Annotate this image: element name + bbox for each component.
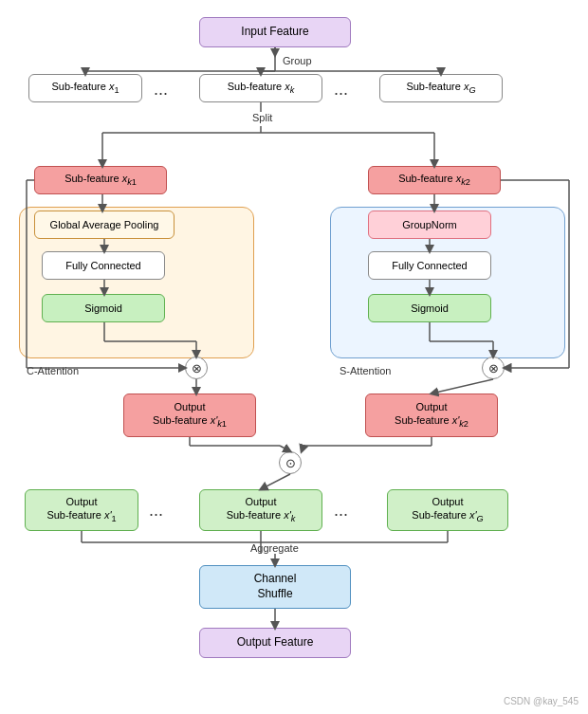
sigmoid2-node: Sigmoid bbox=[368, 294, 491, 322]
diagram: Input Feature Group Sub-feature x1 ··· S… bbox=[0, 0, 588, 714]
split-label: Split bbox=[252, 112, 272, 123]
sigmoid1-node: Sigmoid bbox=[42, 294, 165, 322]
out-xG-node: OutputSub-feature x'G bbox=[387, 489, 508, 531]
out-xk1-node: OutputSub-feature x'k1 bbox=[123, 394, 256, 437]
sub-x1-node: Sub-feature x1 bbox=[28, 74, 142, 102]
out-x1-node: OutputSub-feature x'1 bbox=[25, 489, 138, 531]
svg-line-34 bbox=[432, 379, 493, 394]
concat-circle: ⊙ bbox=[279, 451, 302, 474]
dots-label-1: ··· bbox=[154, 83, 168, 103]
group-label: Group bbox=[283, 55, 312, 66]
sub-xk-node: Sub-feature xk bbox=[199, 74, 322, 102]
s-attention-label: S-Attention bbox=[340, 365, 391, 376]
watermark: CSDN @kay_545 bbox=[504, 696, 579, 706]
svg-line-41 bbox=[261, 474, 290, 489]
sub-xk2-node: Sub-feature xk2 bbox=[368, 166, 501, 194]
out-xk-bot-node: OutputSub-feature x'k bbox=[199, 489, 322, 531]
input-feature-node: Input Feature bbox=[199, 17, 351, 47]
sub-xk1-node: Sub-feature xk1 bbox=[34, 166, 167, 194]
svg-line-40 bbox=[302, 446, 303, 451]
dots-label-4: ··· bbox=[334, 504, 348, 524]
multiply-circle-right: ⊗ bbox=[482, 357, 505, 379]
dots-label-3: ··· bbox=[149, 504, 163, 524]
gap-node: Global Average Pooling bbox=[34, 211, 175, 239]
fc2-node: Fully Connected bbox=[368, 251, 491, 280]
channel-shuffle-node: ChannelShuffle bbox=[199, 565, 351, 609]
c-attention-label: C-Attention bbox=[27, 365, 79, 376]
dots-label-2: ··· bbox=[334, 83, 348, 103]
out-xk2-node: OutputSub-feature x'k2 bbox=[365, 394, 498, 437]
aggregate-label: Aggregate bbox=[250, 542, 299, 554]
multiply-circle-left: ⊗ bbox=[185, 357, 208, 379]
output-feature-node: Output Feature bbox=[199, 628, 351, 658]
groupnorm-node: GroupNorm bbox=[368, 211, 491, 239]
sub-xG-node: Sub-feature xG bbox=[379, 74, 503, 102]
fc1-node: Fully Connected bbox=[42, 251, 165, 280]
